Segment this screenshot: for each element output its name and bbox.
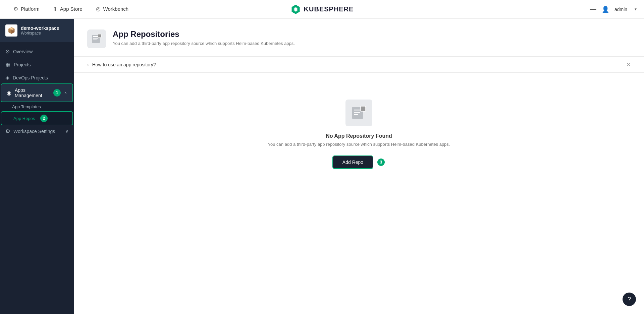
apps-management-chevron: ∧ xyxy=(64,90,67,95)
sidebar-item-projects[interactable]: ▦ Projects xyxy=(0,58,74,71)
content-card: App Repositories You can add a third-par… xyxy=(74,19,644,314)
appstore-icon: ⬆ xyxy=(53,6,57,12)
sidebar-item-workspace-settings[interactable]: ⚙ Workspace Settings ∨ xyxy=(0,125,74,138)
step-3-badge: 3 xyxy=(377,159,385,166)
workspace-avatar: 📦 xyxy=(5,24,17,37)
nav-right: 👤 admin ▼ xyxy=(590,6,637,13)
gear-icon: ⚙ xyxy=(13,6,18,12)
top-navigation: ⚙ Platform ⬆ App Store ◎ Workbench KUBES… xyxy=(0,0,644,19)
user-icon: 👤 xyxy=(602,6,609,13)
info-banner: › How to use an app repository? ✕ xyxy=(74,57,644,73)
main-content: App Repositories You can add a third-par… xyxy=(74,19,644,314)
svg-rect-12 xyxy=(361,106,366,111)
step-1-badge: 1 xyxy=(53,89,61,97)
workspace-type: Workspace xyxy=(21,31,59,36)
workspace-settings-icon: ⚙ xyxy=(5,128,10,134)
projects-icon: ▦ xyxy=(5,61,10,68)
help-button[interactable]: ? xyxy=(623,293,636,306)
info-banner-text[interactable]: How to use an app repository? xyxy=(92,62,156,67)
devops-icon: ◈ xyxy=(5,74,9,81)
overview-icon: ⊙ xyxy=(5,48,10,55)
svg-rect-7 xyxy=(98,34,101,38)
info-chevron-icon[interactable]: › xyxy=(87,62,89,67)
page-header-icon xyxy=(87,29,106,48)
sidebar-item-devops[interactable]: ◈ DevOps Projects xyxy=(0,71,74,84)
kubesphere-logo xyxy=(290,4,301,15)
nav-workbench[interactable]: ◎ Workbench xyxy=(89,0,136,19)
nav-appstore[interactable]: ⬆ App Store xyxy=(46,0,89,19)
content-header: App Repositories You can add a third-par… xyxy=(74,19,644,57)
empty-state-icon xyxy=(345,100,372,126)
svg-rect-5 xyxy=(93,38,98,39)
svg-rect-9 xyxy=(354,110,360,111)
logo-text: KUBESPHERE xyxy=(304,5,354,13)
empty-description: You can add a third-party app repository… xyxy=(268,142,450,147)
admin-dropdown-caret[interactable]: ▼ xyxy=(634,7,637,11)
add-repo-button[interactable]: Add Repo xyxy=(333,156,373,168)
svg-rect-4 xyxy=(93,36,98,37)
workbench-icon: ◎ xyxy=(96,6,101,12)
workspace-name: demo-workspace xyxy=(21,25,59,31)
admin-label[interactable]: admin xyxy=(614,7,627,12)
apps-management-icon: ◉ xyxy=(7,90,11,96)
sidebar-item-app-templates[interactable]: App Templates xyxy=(0,102,74,112)
nav-platform[interactable]: ⚙ Platform xyxy=(7,0,46,19)
sidebar-nav: ⊙ Overview ▦ Projects ◈ DevOps Projects … xyxy=(0,42,74,314)
sidebar-item-overview[interactable]: ⊙ Overview xyxy=(0,45,74,58)
logo-area: KUBESPHERE xyxy=(290,4,354,15)
main-layout: 📦 demo-workspace Workspace ⊙ Overview ▦ … xyxy=(0,19,644,314)
step-2-badge: 2 xyxy=(40,115,48,122)
workspace-header[interactable]: 📦 demo-workspace Workspace xyxy=(0,19,74,42)
add-repo-wrapper: Add Repo 3 xyxy=(333,156,385,168)
svg-rect-6 xyxy=(93,40,97,40)
svg-rect-11 xyxy=(354,114,358,115)
workspace-settings-chevron: ∨ xyxy=(65,129,68,134)
page-description: You can add a third-party app repository… xyxy=(113,41,295,46)
repo-icon xyxy=(91,34,102,44)
nav-left: ⚙ Platform ⬆ App Store ◎ Workbench xyxy=(7,0,135,19)
sidebar: 📦 demo-workspace Workspace ⊙ Overview ▦ … xyxy=(0,19,74,314)
empty-title: No App Repository Found xyxy=(326,133,392,139)
svg-rect-10 xyxy=(354,112,360,113)
page-title: App Repositories xyxy=(113,29,295,39)
sidebar-item-apps-management[interactable]: ◉ Apps Management 1 ∧ xyxy=(1,84,72,102)
apps-management-submenu: App Templates App Repos 2 xyxy=(0,102,74,125)
sidebar-item-app-repos[interactable]: App Repos 2 xyxy=(1,112,72,125)
info-close-button[interactable]: ✕ xyxy=(626,61,631,68)
toggle-icon[interactable] xyxy=(590,9,596,10)
empty-state: No App Repository Found You can add a th… xyxy=(74,73,644,195)
